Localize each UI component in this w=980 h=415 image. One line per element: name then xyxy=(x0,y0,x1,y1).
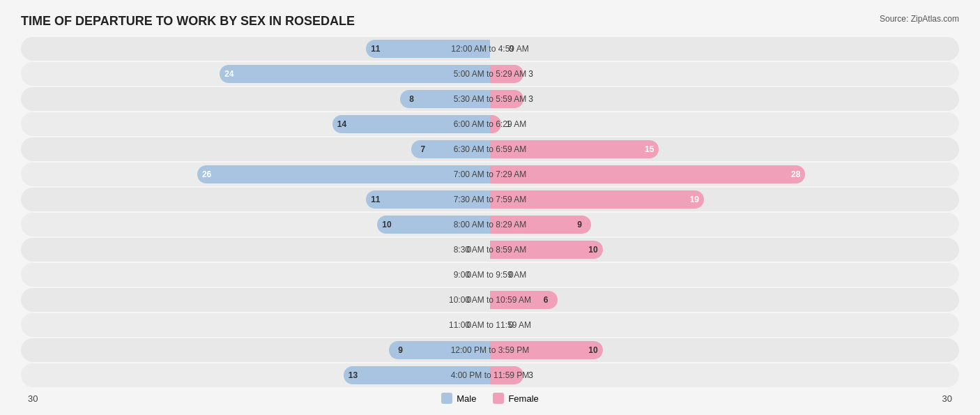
axis-label-right: 30 xyxy=(942,393,952,404)
chart-row: 8:00 AM to 8:29 AM109 xyxy=(21,213,959,236)
male-value: 11 xyxy=(371,195,380,204)
male-value: 14 xyxy=(337,119,346,129)
male-value: 10 xyxy=(382,220,391,229)
male-value-zero: 0 xyxy=(466,270,471,280)
bar-female xyxy=(490,90,523,108)
chart-row: 12:00 AM to 4:59 AM110 xyxy=(21,37,959,61)
row-label: 11:00 AM to 11:59 AM xyxy=(449,320,531,330)
male-legend-box xyxy=(441,393,452,404)
male-value: 24 xyxy=(224,69,233,79)
bar-male xyxy=(366,40,490,58)
chart-row: 5:00 AM to 5:29 AM243 xyxy=(21,62,959,86)
chart-row: 12:00 PM to 3:59 PM910 xyxy=(21,338,959,362)
bar-male xyxy=(377,216,490,234)
bar-female xyxy=(490,65,523,83)
female-value: 10 xyxy=(588,345,597,355)
female-value: 15 xyxy=(645,144,654,154)
chart-row: 11:00 AM to 11:59 AM00 xyxy=(21,313,959,337)
female-value-zero: 0 xyxy=(509,320,514,330)
chart-row: 4:00 PM to 11:59 PM133 xyxy=(21,363,959,387)
chart-row: 7:30 AM to 7:59 AM1119 xyxy=(21,188,959,211)
female-value-zero: 0 xyxy=(509,44,514,54)
bar-male xyxy=(197,165,490,183)
male-value-zero: 0 xyxy=(466,320,471,330)
bar-female xyxy=(490,165,805,183)
bar-male xyxy=(389,341,490,359)
bar-female xyxy=(490,140,659,158)
female-value: 3 xyxy=(528,94,533,104)
chart-header: TIME OF DEPARTURE TO WORK BY SEX IN ROSE… xyxy=(21,14,959,29)
male-label: Male xyxy=(457,393,476,404)
female-value: 6 xyxy=(544,295,549,305)
male-value: 13 xyxy=(349,370,358,380)
female-value: 10 xyxy=(588,245,597,255)
female-value: 3 xyxy=(528,370,533,380)
bar-male xyxy=(220,65,490,83)
chart-row: 5:30 AM to 5:59 AM83 xyxy=(21,87,959,111)
female-value: 28 xyxy=(791,169,800,179)
male-value: 9 xyxy=(398,345,403,355)
male-value: 8 xyxy=(409,94,414,104)
bar-female xyxy=(490,241,603,259)
chart-footer: 30 Male Female 30 xyxy=(21,393,959,404)
bar-female xyxy=(490,115,501,133)
chart-row: 6:00 AM to 6:29 AM141 xyxy=(21,112,959,136)
chart-row: 9:00 AM to 9:59 AM00 xyxy=(21,263,959,287)
bar-female xyxy=(490,366,523,384)
chart-row: 7:00 AM to 7:29 AM2628 xyxy=(21,163,959,186)
female-value: 19 xyxy=(690,195,699,204)
legend: Male Female xyxy=(441,393,539,404)
bar-male xyxy=(366,190,490,209)
bar-male xyxy=(332,115,490,133)
female-value: 3 xyxy=(528,69,533,79)
male-value-zero: 0 xyxy=(466,295,471,305)
male-value: 11 xyxy=(371,44,380,54)
male-value: 7 xyxy=(420,144,425,154)
chart-row: 6:30 AM to 6:59 AM715 xyxy=(21,137,959,161)
legend-item-female: Female xyxy=(493,393,538,404)
chart-row: 8:30 AM to 8:59 AM010 xyxy=(21,238,959,262)
male-value: 26 xyxy=(202,169,211,179)
chart-source: Source: ZipAtlas.com xyxy=(880,14,959,24)
row-label: 9:00 AM to 9:59 AM xyxy=(454,270,527,280)
female-value: 9 xyxy=(577,220,582,229)
chart-row: 10:00 AM to 10:59 AM06 xyxy=(21,288,959,312)
bar-female xyxy=(490,216,591,234)
female-value-zero: 0 xyxy=(509,270,514,280)
legend-item-male: Male xyxy=(441,393,476,404)
male-value-zero: 0 xyxy=(466,245,471,255)
bar-male xyxy=(344,366,490,384)
chart-body: 12:00 AM to 4:59 AM1105:00 AM to 5:29 AM… xyxy=(21,37,959,387)
female-label: Female xyxy=(508,393,538,404)
axis-label-left: 30 xyxy=(28,393,38,404)
bar-female xyxy=(490,341,603,359)
chart-title: TIME OF DEPARTURE TO WORK BY SEX IN ROSE… xyxy=(21,14,355,29)
bar-female xyxy=(490,190,704,209)
female-value: 1 xyxy=(506,119,511,129)
chart-container: TIME OF DEPARTURE TO WORK BY SEX IN ROSE… xyxy=(21,14,959,404)
female-legend-box xyxy=(493,393,504,404)
